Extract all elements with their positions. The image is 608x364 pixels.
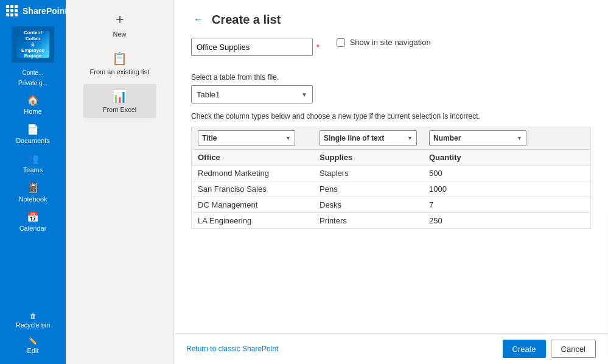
- create-button[interactable]: Create: [503, 340, 546, 358]
- data-cell: 7: [423, 197, 590, 212]
- sidebar-header: SharePoint: [0, 0, 66, 21]
- data-cell: DC Management: [192, 197, 313, 212]
- col1-chevron: ▼: [285, 135, 291, 141]
- data-cell: Office: [192, 150, 313, 165]
- table-row: Office Supplies Quantity: [192, 150, 590, 166]
- app-label-subtitle: Private g...: [16, 78, 50, 88]
- col1-type-select[interactable]: Title ▼: [198, 130, 295, 146]
- sidebar-item-edit[interactable]: ✏️ Edit: [0, 334, 66, 358]
- sidebar-item-teams[interactable]: 👥 Teams: [0, 149, 66, 177]
- data-cell: Quantity: [423, 150, 590, 165]
- col3-type-value: Number: [433, 134, 461, 142]
- sidebar-item-home[interactable]: 🏠 Home: [0, 91, 66, 119]
- col2-chevron: ▼: [407, 135, 413, 141]
- calendar-icon: 📅: [27, 211, 39, 223]
- col1-type-value: Title: [202, 134, 217, 142]
- table-select[interactable]: Table1 ▼: [191, 85, 313, 103]
- sidebar-item-calendar[interactable]: 📅 Calendar: [0, 208, 66, 236]
- table-row: San Franciso Sales Pens 1000: [192, 181, 590, 197]
- data-cell: 500: [423, 166, 590, 181]
- show-in-nav-label: Show in site navigation: [350, 38, 431, 47]
- panel-from-excel[interactable]: 📊 From Excel: [83, 84, 156, 118]
- panel-from-excel-label: From Excel: [103, 106, 137, 113]
- sidebar-item-teams-label: Teams: [23, 166, 43, 173]
- column-table: Title ▼ Single line of text ▼ Number ▼ O…: [191, 127, 591, 229]
- data-cell: Printers: [313, 213, 423, 228]
- panel-from-existing-label: From an existing list: [90, 68, 150, 75]
- new-icon: ＋: [113, 10, 127, 28]
- sidebar-footer: 🗑 Recycle bin ✏️ Edit: [0, 309, 66, 364]
- column-header-row: Title ▼ Single line of text ▼ Number ▼: [192, 127, 590, 150]
- table-row: LA Engineering Printers 250: [192, 213, 590, 228]
- data-cell: 250: [423, 213, 590, 228]
- col2-type-select[interactable]: Single line of text ▼: [320, 130, 417, 146]
- col3-type-select[interactable]: Number ▼: [429, 130, 526, 146]
- sidebar-nav: 🏠 Home 📄 Documents 👥 Teams 📓 Notebook 📅 …: [0, 91, 66, 236]
- classic-sharepoint-link[interactable]: Return to classic SharePoint: [186, 345, 278, 353]
- data-cell: Redmond Marketing: [192, 166, 313, 181]
- table-row: Redmond Marketing Staplers 500: [192, 166, 590, 181]
- col-header-quantity: Number ▼: [423, 127, 590, 149]
- cancel-button[interactable]: Cancel: [551, 340, 596, 358]
- data-cell: Pens: [313, 181, 423, 197]
- notebook-icon: 📓: [27, 182, 39, 194]
- from-excel-icon: 📊: [112, 89, 127, 103]
- show-in-nav-row: Show in site navigation: [337, 38, 431, 47]
- app-icon-inner: ContentCollab&EmployeeEngage: [16, 31, 49, 58]
- required-indicator: *: [316, 43, 320, 52]
- sidebar-item-notebook-label: Notebook: [18, 195, 47, 203]
- col-header-supplies: Single line of text ▼: [313, 127, 423, 149]
- documents-icon: 📄: [27, 124, 39, 135]
- sidebar-item-documents[interactable]: 📄 Documents: [0, 120, 66, 148]
- data-cell: Staplers: [313, 166, 423, 181]
- recycle-icon: 🗑: [30, 312, 37, 320]
- table-row: DC Management Desks 7: [192, 197, 590, 213]
- name-field-row: *: [191, 38, 320, 56]
- sidebar-item-home-label: Home: [24, 108, 41, 115]
- col2-type-value: Single line of text: [324, 134, 384, 142]
- panel-new[interactable]: ＋ New: [83, 5, 156, 43]
- footer-actions: Create Cancel: [503, 340, 596, 358]
- sidebar-item-edit-label: Edit: [27, 347, 39, 354]
- teams-icon: 👥: [27, 153, 39, 164]
- sidebar-item-recycle-label: Recycle bin: [16, 321, 51, 329]
- table-select-value: Table1: [197, 90, 220, 99]
- table-select-row: Select a table from this file. Table1 ▼: [191, 73, 591, 103]
- table-select-chevron: ▼: [301, 91, 307, 98]
- data-cell: Supplies: [313, 150, 423, 165]
- panel: ＋ New 📋 From an existing list 📊 From Exc…: [66, 0, 174, 364]
- sidebar-item-notebook[interactable]: 📓 Notebook: [0, 178, 66, 206]
- page-header: ← Create a list: [191, 12, 591, 27]
- page-title: Create a list: [212, 13, 281, 27]
- sidebar: SharePoint ContentCollab&EmployeeEngage …: [0, 0, 66, 364]
- edit-icon: ✏️: [29, 337, 37, 345]
- col-header-title: Title ▼: [192, 127, 313, 149]
- app-label-title: Conte...: [19, 68, 46, 78]
- waffle-icon[interactable]: [6, 5, 18, 16]
- data-cell: San Franciso Sales: [192, 181, 313, 197]
- back-button[interactable]: ←: [191, 12, 206, 27]
- panel-new-label: New: [113, 30, 126, 38]
- sidebar-item-recycle[interactable]: 🗑 Recycle bin: [0, 309, 66, 332]
- check-info: Check the column types below and choose …: [191, 112, 591, 121]
- data-cell: LA Engineering: [192, 213, 313, 228]
- data-cell: Desks: [313, 197, 423, 212]
- home-icon: 🏠: [27, 94, 39, 106]
- name-nav-row: * Show in site navigation: [191, 38, 591, 65]
- col3-chevron: ▼: [517, 135, 522, 141]
- list-name-input[interactable]: [191, 38, 313, 56]
- select-table-label: Select a table from this file.: [191, 73, 591, 82]
- app-name: SharePoint: [23, 6, 68, 16]
- from-existing-icon: 📋: [112, 51, 127, 66]
- data-cell: 1000: [423, 181, 590, 197]
- main-content: ← Create a list * Show in site navigatio…: [174, 0, 608, 364]
- sidebar-item-documents-label: Documents: [16, 137, 50, 144]
- sidebar-item-calendar-label: Calendar: [19, 225, 47, 232]
- panel-from-existing[interactable]: 📋 From an existing list: [83, 46, 156, 80]
- show-in-nav-checkbox[interactable]: [337, 38, 345, 47]
- footer: Return to classic SharePoint Create Canc…: [174, 333, 608, 364]
- app-icon[interactable]: ContentCollab&EmployeeEngage: [12, 26, 54, 63]
